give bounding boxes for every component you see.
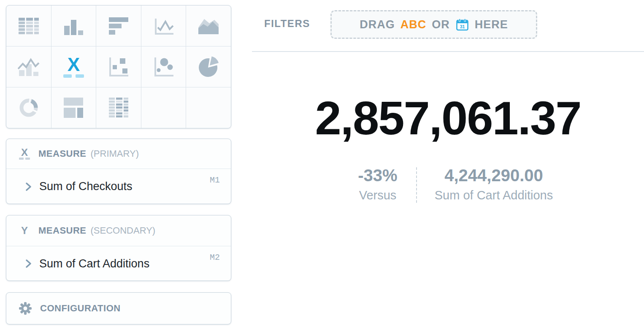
chart-type-dashboard[interactable]	[51, 87, 96, 128]
kpi-versus-label: Versus	[331, 188, 424, 202]
gear-icon	[18, 301, 32, 316]
section-divider	[252, 51, 644, 52]
line-chart-icon	[152, 16, 175, 35]
calendar-icon: 31	[455, 18, 469, 32]
configuration-panel[interactable]: CONFIGURATION	[6, 292, 231, 324]
donut-chart-icon	[18, 97, 40, 119]
scatter-plot-icon	[107, 56, 130, 77]
chart-type-area[interactable]	[186, 5, 231, 46]
pivot-table-icon	[108, 97, 129, 118]
filter-dropzone[interactable]: DRAG ABC OR 31 HERE	[330, 10, 537, 39]
kpi-comparison-label: Sum of Cart Additions	[430, 188, 557, 202]
x-axis-icon: X	[18, 148, 31, 160]
measure-primary-qualifier: (PRIMARY)	[91, 148, 139, 159]
chart-type-picker: X	[6, 5, 231, 128]
chart-type-line[interactable]	[141, 5, 186, 46]
chart-type-table[interactable]	[6, 5, 51, 46]
chevron-right-icon	[25, 182, 32, 192]
measure-secondary-title: MEASURE	[38, 225, 87, 236]
measure-primary-field: Sum of Checkouts	[39, 180, 133, 193]
kpi-comparison-value: 4,244,290.00	[430, 166, 557, 185]
configuration-label: CONFIGURATION	[40, 303, 121, 314]
measure-secondary-panel: Y MEASURE (SECONDARY) Sum of Cart Additi…	[6, 215, 231, 281]
dropzone-here-text: HERE	[475, 18, 508, 31]
measure-secondary-header: Y MEASURE (SECONDARY)	[6, 215, 231, 246]
kpi-delta-block: -33% Versus	[331, 166, 424, 202]
chart-type-bar[interactable]	[51, 5, 96, 46]
y-axis-icon: Y	[18, 225, 31, 237]
bubble-chart-icon	[152, 56, 175, 77]
abc-attribute-icon: ABC	[400, 18, 427, 31]
dashboard-layout-icon	[63, 97, 84, 119]
chevron-right-icon	[25, 259, 32, 269]
chart-type-pie[interactable]	[186, 46, 231, 87]
svg-text:31: 31	[460, 24, 465, 29]
measure-primary-header: X MEASURE (PRIMARY)	[6, 139, 231, 169]
kpi-icon-dashes	[63, 74, 84, 78]
chart-type-pivot[interactable]	[96, 87, 141, 128]
kpi-value: 2,857,061.37	[252, 90, 644, 147]
measure-secondary-field: Sum of Cart Additions	[39, 257, 149, 270]
kpi-chart-icon: X	[63, 56, 84, 78]
configuration-header: CONFIGURATION	[6, 293, 231, 324]
chart-type-scatter[interactable]	[96, 46, 141, 87]
measure-primary-title: MEASURE	[38, 148, 87, 159]
chart-type-bubble[interactable]	[141, 46, 186, 87]
measure-primary-row[interactable]: Sum of Checkouts M1	[6, 169, 231, 204]
kpi-delta-percent: -33%	[331, 166, 424, 185]
measure-secondary-badge: M2	[210, 253, 220, 262]
table-icon	[18, 17, 40, 35]
area-chart-icon	[198, 16, 219, 35]
kpi-icon-letter: X	[68, 56, 80, 73]
versus-divider	[416, 167, 417, 203]
pie-chart-icon	[197, 56, 220, 78]
chart-type-horizontal-bar[interactable]	[96, 5, 141, 46]
kpi-comparison-block: 4,244,290.00 Sum of Cart Additions	[430, 166, 557, 202]
measure-secondary-qualifier: (SECONDARY)	[91, 225, 156, 236]
dropzone-or-text: OR	[432, 18, 450, 31]
horizontal-bar-chart-icon	[108, 17, 129, 35]
measure-primary-badge: M1	[210, 175, 220, 185]
measure-primary-panel: X MEASURE (PRIMARY) Sum of Checkouts M1	[6, 139, 231, 204]
chart-type-combo[interactable]	[6, 46, 51, 87]
chart-type-donut[interactable]	[6, 87, 51, 128]
chart-type-kpi[interactable]: X	[51, 46, 96, 87]
combo-chart-icon	[18, 57, 40, 76]
dropzone-drag-text: DRAG	[360, 18, 395, 31]
bar-chart-icon	[63, 16, 84, 35]
chart-type-empty	[186, 87, 231, 128]
measure-secondary-row[interactable]: Sum of Cart Additions M2	[6, 246, 231, 281]
chart-type-empty	[141, 87, 186, 128]
filters-label: FILTERS	[264, 18, 310, 30]
